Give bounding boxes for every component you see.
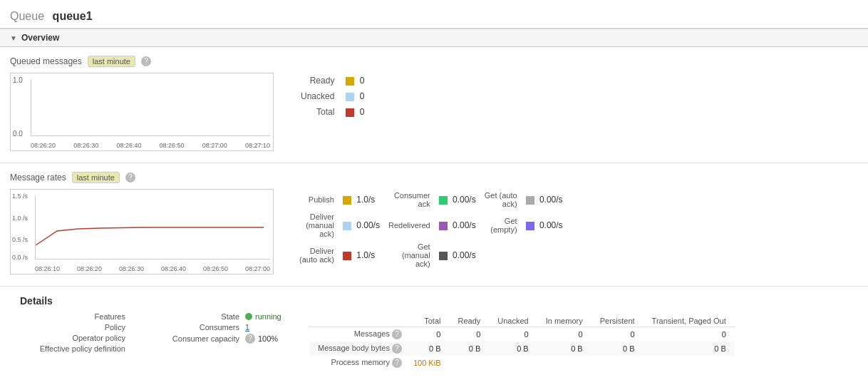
policy-key: Policy — [10, 323, 131, 332]
proc-mem-ready — [449, 356, 489, 370]
ry-mid1: 1.0 /s — [12, 215, 28, 222]
overview-arrow-icon: ▼ — [10, 34, 17, 42]
rates-table: Publish 1.0/s Consumerack 0.00/s Get (au… — [295, 189, 567, 270]
message-rates-title: Message rates — [10, 173, 66, 183]
proc-mem-inmemory — [537, 356, 591, 370]
msg-unacked: 0 — [489, 327, 537, 342]
bytes-inmemory: 0 B — [537, 342, 591, 356]
get-manual-label: Get(manualack) — [384, 240, 435, 270]
deliver-manual-label: Deliver(manualack) — [295, 210, 339, 240]
details-content: Features Policy Operator policy Effectiv… — [10, 312, 858, 370]
ready-value: 0 — [360, 76, 365, 86]
rates-svg — [36, 195, 270, 259]
y-label-top: 1.0 — [13, 76, 23, 84]
col-unacked: Unacked — [489, 315, 537, 327]
rx-labels: 08:26:10 08:26:20 08:26:30 08:26:40 08:2… — [35, 265, 270, 272]
capacity-help-icon[interactable]: ? — [245, 334, 255, 344]
table-row-process-memory: Process memory ? 100 KiB — [309, 356, 735, 370]
messages-row-label: Messages ? — [309, 327, 405, 342]
legend-ready-label: Ready — [295, 73, 340, 88]
deliver-manual-value: 0.00/s — [356, 220, 380, 230]
deliver-auto-value: 1.0/s — [356, 250, 375, 260]
messages-table: Total Ready Unacked In memory Persistent… — [309, 315, 735, 370]
messages-help-icon[interactable]: ? — [392, 329, 402, 339]
rates-badge: last minute — [72, 172, 120, 183]
details-mid-col: State running Consumers 1 Consumer capac… — [153, 312, 295, 346]
rate-row-deliver-auto: Deliver(auto ack) 1.0/s Get(manualack) 0… — [295, 240, 567, 270]
get-auto-color — [526, 196, 534, 205]
unacked-color-box — [346, 93, 354, 101]
rates-chart: 1.5 /s 1.0 /s 0.5 /s 0.0 /s 08:26:10 08:… — [10, 189, 274, 274]
col-ready: Ready — [449, 315, 489, 327]
deliver-manual-color — [343, 222, 351, 230]
ready-color-box — [346, 77, 354, 86]
page-header: Queue queue1 — [0, 0, 868, 29]
consumer-ack-color — [439, 196, 448, 205]
bytes-persistent: 0 B — [591, 342, 644, 356]
queued-content: 1.0 0.0 08:26:20 08:26:30 08:26:40 08:26… — [10, 73, 858, 151]
publish-label: Publish — [295, 189, 339, 210]
redelivered-color — [439, 222, 448, 230]
proc-mem-transient — [644, 356, 735, 370]
proc-mem-persistent — [591, 356, 644, 370]
total-color-box — [346, 108, 354, 117]
message-rates-section: Message rates last minute ? 1.5 /s 1.0 /… — [0, 166, 868, 283]
legend-ready: Ready 0 — [295, 73, 370, 88]
consumers-value[interactable]: 1 — [245, 323, 249, 332]
col-inmemory: In memory — [537, 315, 591, 327]
chart-inner — [31, 79, 270, 136]
consumer-ack-label: Consumerack — [384, 189, 435, 210]
proc-mem-total: 100 KiB — [405, 356, 450, 370]
deliver-auto-color — [343, 252, 351, 260]
get-auto-label: Get (autoack) — [480, 189, 522, 210]
details-features-row: Features — [10, 312, 138, 321]
queued-chart: 1.0 0.0 08:26:20 08:26:30 08:26:40 08:26… — [10, 73, 274, 151]
details-consumers-row: Consumers 1 — [153, 323, 295, 332]
queued-messages-section: Queued messages last minute ? 1.0 0.0 08… — [0, 47, 868, 160]
details-op-policy-row: Operator policy — [10, 334, 138, 342]
state-value: running — [245, 312, 281, 321]
body-bytes-help-icon[interactable]: ? — [392, 344, 402, 354]
details-title: Details — [10, 295, 858, 307]
page-title: Queue queue1 — [10, 7, 858, 24]
process-memory-help-icon[interactable]: ? — [392, 358, 402, 368]
queued-help-icon[interactable]: ? — [141, 56, 151, 66]
bytes-ready: 0 B — [449, 342, 489, 356]
ry-bot: 0.0 /s — [12, 254, 28, 261]
get-manual-value: 0.00/s — [453, 250, 476, 260]
details-capacity-row: Consumer capacity ? 100% — [153, 334, 295, 344]
publish-color — [343, 196, 351, 205]
bytes-unacked: 0 B — [489, 342, 537, 356]
bytes-transient: 0 B — [644, 342, 735, 356]
details-table-col: Total Ready Unacked In memory Persistent… — [309, 312, 735, 370]
queued-legend: Ready 0 Unacked 0 Total 0 — [295, 73, 370, 120]
rates-help-icon[interactable]: ? — [125, 173, 135, 183]
ry-mid2: 0.5 /s — [12, 236, 28, 243]
bytes-total: 0 B — [405, 342, 450, 356]
details-eff-policy-row: Effective policy definition — [10, 344, 138, 353]
legend-total-label: Total — [295, 104, 340, 120]
total-value: 0 — [360, 107, 365, 117]
x-labels: 08:26:20 08:26:30 08:26:40 08:26:50 08:2… — [31, 142, 270, 149]
col-transient: Transient, Paged Out — [644, 315, 735, 327]
rates-content: 1.5 /s 1.0 /s 0.5 /s 0.0 /s 08:26:10 08:… — [10, 189, 858, 274]
proc-mem-unacked — [489, 356, 537, 370]
rate-row-publish: Publish 1.0/s Consumerack 0.00/s Get (au… — [295, 189, 567, 210]
y-label-bot: 0.0 — [13, 130, 23, 138]
get-manual-color — [439, 252, 448, 260]
redelivered-value: 0.00/s — [453, 220, 476, 230]
state-green-dot — [245, 313, 252, 320]
capacity-value: 100% — [258, 334, 278, 343]
msg-persistent: 0 — [591, 327, 644, 342]
table-header-row: Total Ready Unacked In memory Persistent… — [309, 315, 735, 327]
col-label-empty — [309, 315, 405, 327]
details-policy-row: Policy — [10, 323, 138, 332]
legend-unacked: Unacked 0 — [295, 88, 370, 104]
state-key: State — [153, 312, 245, 321]
col-persistent: Persistent — [591, 315, 644, 327]
redelivered-label: Redelivered — [384, 210, 435, 240]
eff-policy-key: Effective policy definition — [10, 344, 131, 353]
ry-top: 1.5 /s — [12, 192, 28, 200]
overview-section-header[interactable]: ▼ Overview — [0, 29, 868, 47]
get-empty-value: 0.00/s — [539, 220, 563, 230]
